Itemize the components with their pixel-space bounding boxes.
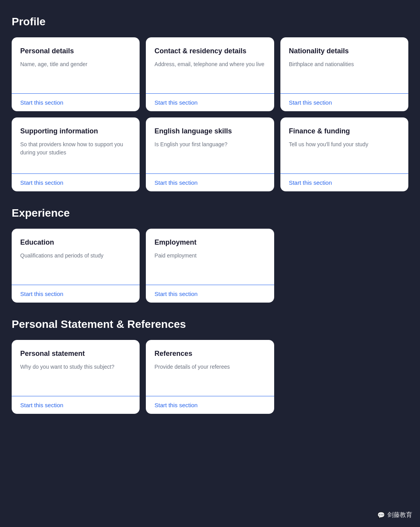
nationality-details-card: Nationality details Birthplace and natio… — [280, 37, 408, 111]
references-card: References Provide details of your refer… — [146, 340, 274, 414]
wechat-icon: 💬 — [377, 511, 385, 519]
profile-section-title: Profile — [12, 16, 408, 28]
personal-details-card: Personal details Name, age, title and ge… — [12, 37, 140, 111]
education-link[interactable]: Start this section — [20, 285, 131, 303]
personal-details-link[interactable]: Start this section — [20, 94, 131, 111]
contact-residency-card: Contact & residency details Address, ema… — [146, 37, 274, 111]
experience-section-title: Experience — [12, 207, 408, 219]
nationality-details-link[interactable]: Start this section — [289, 94, 400, 111]
watermark-text: 剑藤教育 — [387, 511, 412, 519]
finance-funding-card: Finance & funding Tell us how you'll fun… — [280, 117, 408, 191]
education-card: Education Qualifications and periods of … — [12, 229, 140, 303]
personal-statement-title: Personal statement — [20, 349, 131, 358]
employment-card: Employment Paid employment Start this se… — [146, 229, 274, 303]
finance-funding-link[interactable]: Start this section — [289, 174, 400, 191]
personal-details-description: Name, age, title and gender — [20, 60, 131, 86]
supporting-information-card: Supporting information So that providers… — [12, 117, 140, 191]
watermark: 💬 剑藤教育 — [377, 511, 412, 519]
contact-residency-link[interactable]: Start this section — [154, 94, 265, 111]
finance-funding-title: Finance & funding — [289, 127, 400, 136]
employment-link[interactable]: Start this section — [154, 285, 265, 303]
personal-statement-description: Why do you want to study this subject? — [20, 363, 131, 388]
english-language-description: Is English your first language? — [154, 140, 265, 166]
references-description: Provide details of your referees — [154, 363, 265, 388]
contact-residency-description: Address, email, telephone and where you … — [154, 60, 265, 86]
profile-cards-grid: Personal details Name, age, title and ge… — [12, 37, 408, 191]
contact-residency-title: Contact & residency details — [154, 47, 265, 56]
nationality-details-title: Nationality details — [289, 47, 400, 56]
supporting-information-description: So that providers know how to support yo… — [20, 140, 131, 166]
personal-statement-link[interactable]: Start this section — [20, 396, 131, 414]
personal-statement-card: Personal statement Why do you want to st… — [12, 340, 140, 414]
english-language-card: English language skills Is English your … — [146, 117, 274, 191]
employment-description: Paid employment — [154, 252, 265, 277]
education-title: Education — [20, 238, 131, 247]
ps-references-cards-grid: Personal statement Why do you want to st… — [12, 340, 408, 414]
personal-details-title: Personal details — [20, 47, 131, 56]
experience-cards-grid: Education Qualifications and periods of … — [12, 229, 408, 303]
ps-references-section-title: Personal Statement & References — [12, 318, 408, 331]
references-title: References — [154, 349, 265, 358]
english-language-title: English language skills — [154, 127, 265, 136]
references-link[interactable]: Start this section — [154, 396, 265, 414]
supporting-information-link[interactable]: Start this section — [20, 174, 131, 191]
nationality-details-description: Birthplace and nationalities — [289, 60, 400, 86]
employment-title: Employment — [154, 238, 265, 247]
finance-funding-description: Tell us how you'll fund your study — [289, 140, 400, 166]
supporting-information-title: Supporting information — [20, 127, 131, 136]
education-description: Qualifications and periods of study — [20, 252, 131, 277]
english-language-link[interactable]: Start this section — [154, 174, 265, 191]
